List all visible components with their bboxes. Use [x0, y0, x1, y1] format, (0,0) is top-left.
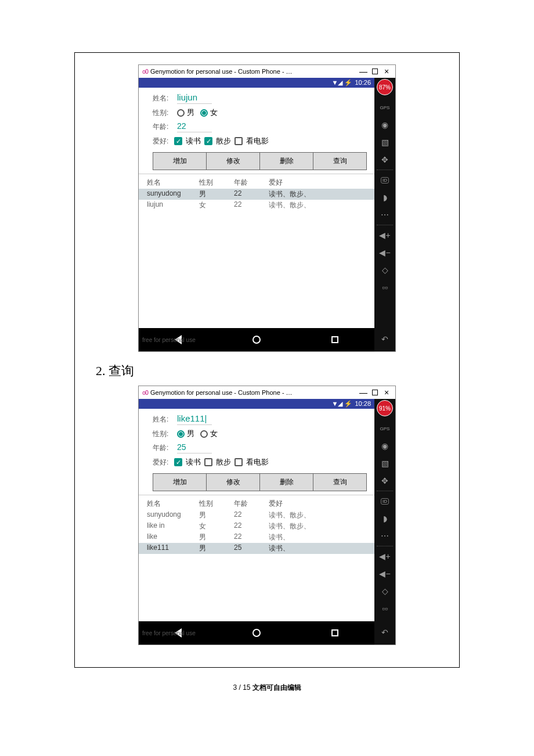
sidebar-back-icon[interactable]: ↶ [374, 330, 395, 348]
nav-home-button[interactable] [251, 627, 262, 639]
form-panel: 姓名: like111 性别: 男 女 年龄: 25 [139, 409, 374, 495]
network-icon[interactable]: ◗ [374, 189, 395, 206]
edit-button[interactable]: 修改 [206, 152, 260, 170]
gps-icon[interactable]: GPS [374, 420, 395, 437]
checkbox-walk[interactable] [204, 137, 212, 145]
delete-button[interactable]: 删除 [259, 473, 313, 491]
cell-name: like111 [147, 543, 199, 553]
table-row[interactable]: sunyudong男22读书、散步、 [139, 510, 374, 521]
android-navbar: free for personal use [139, 621, 374, 645]
table-header: 姓名 性别 年龄 爱好 [139, 174, 374, 189]
cell-hobby: 读书、散步、 [269, 510, 366, 520]
age-input[interactable]: 22 [177, 121, 212, 132]
cell-age: 25 [234, 543, 269, 553]
col-name: 姓名 [147, 178, 199, 188]
name-input[interactable]: liujun [177, 92, 212, 104]
radio-female[interactable]: 女 [200, 107, 218, 118]
cell-hobby: 读书、散步、 [269, 200, 366, 210]
window-titlebar: oO Genymotion for personal use - Custom … [139, 65, 395, 78]
volume-down-icon[interactable]: ◀− [374, 244, 395, 261]
add-button[interactable]: 增加 [153, 152, 207, 170]
nav-recent-button[interactable] [329, 627, 341, 639]
window-minimize-button[interactable]: — [358, 388, 369, 397]
status-icons: ▼◢ ⚡ [332, 79, 353, 87]
radio-male[interactable]: 男 [177, 107, 194, 118]
volume-up-icon[interactable]: ◀+ [374, 548, 395, 565]
webcam-icon[interactable]: ◉ [374, 116, 395, 134]
move-icon[interactable]: ✥ [374, 472, 395, 489]
pixel-icon[interactable]: ▫▫ [374, 279, 395, 296]
watermark-text: free for personal use [142, 337, 196, 343]
window-titlebar: oO Genymotion for personal use - Custom … [139, 386, 395, 399]
radio-female[interactable]: 女 [200, 429, 218, 439]
checkbox-read[interactable] [174, 458, 182, 466]
age-input[interactable]: 25 [177, 442, 212, 453]
edit-button[interactable]: 修改 [206, 473, 260, 491]
cell-gender: 男 [199, 510, 234, 520]
checkbox-read[interactable] [174, 137, 182, 145]
col-name: 姓名 [147, 499, 199, 509]
gps-icon[interactable]: GPS [374, 99, 395, 116]
cell-age: 22 [234, 510, 269, 520]
table-row[interactable]: like男22读书、 [139, 532, 374, 543]
table-body-2: sunyudong男22读书、散步、like in女22读书、散步、like男2… [139, 510, 374, 621]
checkbox-movie[interactable] [234, 137, 243, 145]
window-close-button[interactable]: × [381, 388, 392, 397]
cell-gender: 男 [199, 189, 234, 199]
col-hobby: 爱好 [269, 178, 366, 188]
cell-name: liujun [147, 200, 199, 210]
delete-button[interactable]: 删除 [259, 152, 313, 170]
clapper-icon[interactable]: ▧ [374, 134, 395, 151]
network-icon[interactable]: ◗ [374, 510, 395, 527]
window-maximize-button[interactable] [372, 390, 378, 395]
status-time: 10:28 [355, 400, 371, 408]
label-age: 年龄: [153, 122, 177, 132]
battery-badge[interactable]: 91% [377, 400, 393, 416]
name-input[interactable]: like111 [177, 413, 212, 425]
cell-gender: 女 [199, 521, 234, 531]
id-icon[interactable]: ID [374, 492, 395, 510]
cell-hobby: 读书、散步、 [269, 189, 366, 199]
table-row[interactable]: like in女22读书、散步、 [139, 521, 374, 532]
nav-home-button[interactable] [251, 334, 262, 345]
checkbox-movie[interactable] [234, 458, 243, 466]
col-gender: 性别 [199, 499, 234, 509]
add-button[interactable]: 增加 [153, 473, 207, 491]
table-row[interactable]: liujun女22读书、散步、 [139, 200, 374, 211]
sidebar-back-icon[interactable]: ↶ [374, 624, 395, 641]
volume-down-icon[interactable]: ◀− [374, 565, 395, 582]
table-row[interactable]: like111男25读书、 [139, 543, 374, 554]
nav-recent-button[interactable] [329, 334, 341, 345]
cell-gender: 男 [199, 543, 234, 553]
query-button[interactable]: 查询 [313, 152, 367, 170]
window-close-button[interactable]: × [381, 67, 392, 75]
checkbox-walk[interactable] [204, 458, 212, 466]
watermark-text: free for personal use [142, 630, 196, 636]
genymotion-icon: oO [142, 69, 148, 75]
status-time: 10:26 [355, 79, 371, 87]
query-button[interactable]: 查询 [313, 473, 367, 491]
more-icon[interactable]: ⋯ [374, 206, 395, 224]
clapper-icon[interactable]: ▧ [374, 455, 395, 472]
move-icon[interactable]: ✥ [374, 151, 395, 168]
battery-badge[interactable]: 87% [377, 79, 393, 95]
table-header: 姓名 性别 年龄 爱好 [139, 495, 374, 510]
col-hobby: 爱好 [269, 499, 366, 509]
volume-up-icon[interactable]: ◀+ [374, 226, 395, 244]
radio-male[interactable]: 男 [177, 429, 194, 439]
cell-hobby: 读书、散步、 [269, 521, 366, 531]
emulator-window-2: oO Genymotion for personal use - Custom … [138, 386, 396, 645]
more-icon[interactable]: ⋯ [374, 527, 395, 545]
pixel-icon[interactable]: ▫▫ [374, 600, 395, 617]
table-row[interactable]: sunyudong男22读书、散步、 [139, 189, 374, 200]
page-frame: oO Genymotion for personal use - Custom … [74, 52, 460, 668]
rotate-icon[interactable]: ◇ [374, 261, 395, 279]
webcam-icon[interactable]: ◉ [374, 437, 395, 455]
id-icon[interactable]: ID [374, 171, 395, 189]
window-minimize-button[interactable]: — [358, 67, 369, 75]
label-gender: 性别: [153, 429, 177, 439]
cell-hobby: 读书、 [269, 532, 366, 542]
window-maximize-button[interactable] [372, 69, 378, 74]
cell-name: like in [147, 521, 199, 531]
rotate-icon[interactable]: ◇ [374, 582, 395, 600]
